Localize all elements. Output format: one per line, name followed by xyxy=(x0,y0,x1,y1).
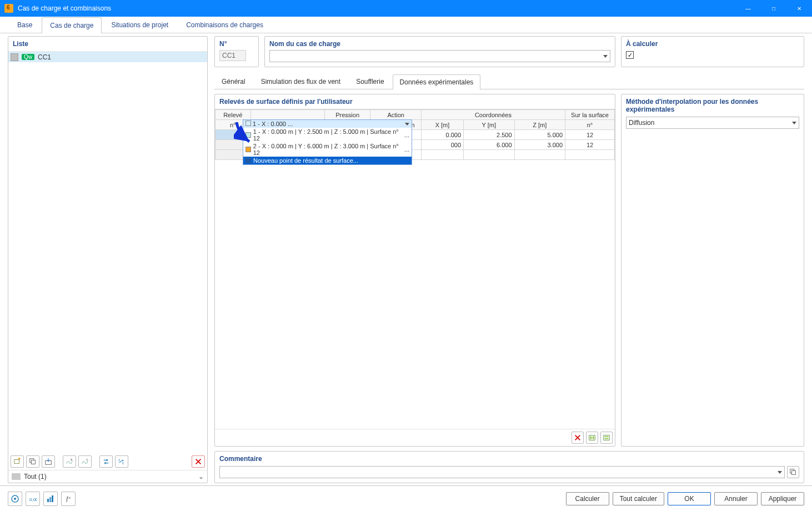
renumber-button[interactable]: 26 xyxy=(115,455,128,468)
svg-rect-5 xyxy=(86,459,88,461)
tab-combinaisons[interactable]: Combinaisons de charges xyxy=(178,17,272,33)
col-z[interactable]: Z [m] xyxy=(514,120,565,130)
list-toolbar: 26 xyxy=(8,453,207,470)
name-panel-head: Nom du cas de charge xyxy=(269,40,610,48)
minimize-button[interactable]: — xyxy=(735,0,761,17)
filter-label: Tout (1) xyxy=(24,473,195,480)
app-icon xyxy=(4,4,13,13)
dropdown-option-1[interactable]: 1 - X : 0.000 m | Y : 2.500 m | Z : 5.00… xyxy=(243,128,412,142)
col-p-a[interactable]: Pression xyxy=(324,110,370,120)
title-bar: Cas de charge et combinaisons — □ ✕ xyxy=(0,0,812,17)
calc-panel: À calculer xyxy=(621,36,804,67)
tab-cas-de-charge[interactable]: Cas de charge xyxy=(42,17,102,33)
ok-button[interactable]: OK xyxy=(668,492,711,505)
svg-rect-13 xyxy=(605,438,609,439)
tout-calculer-button[interactable]: Tout calculer xyxy=(613,492,664,505)
dropdown-option-2[interactable]: 2 - X : 0.000 m | Y : 6.000 m | Z : 3.00… xyxy=(243,142,412,157)
col-y[interactable]: Y [m] xyxy=(464,120,514,130)
main-tab-strip: Base Cas de charge Situations de projet … xyxy=(0,17,812,33)
list-panel: Liste Qw CC1 26 xyxy=(8,36,208,483)
svg-rect-20 xyxy=(49,497,51,502)
number-panel-head: N° xyxy=(219,40,254,48)
svg-rect-19 xyxy=(47,499,49,502)
comment-panel: Commentaire xyxy=(214,451,804,483)
tab-donnees-experimentales[interactable]: Données expérimentales xyxy=(393,74,481,89)
color-chip-icon xyxy=(245,121,251,126)
svg-rect-11 xyxy=(604,435,610,440)
list-item-label: CC1 xyxy=(38,53,51,61)
svg-rect-21 xyxy=(52,495,53,502)
dropdown-selected[interactable]: 1 - X : 0.000 ... xyxy=(243,120,412,128)
maximize-button[interactable]: □ xyxy=(761,0,786,17)
annuler-button[interactable]: Annuler xyxy=(714,492,758,505)
svg-rect-12 xyxy=(605,436,609,437)
col-num-a[interactable]: Relevé xyxy=(215,110,251,120)
tab-base[interactable]: Base xyxy=(9,17,41,33)
name-select[interactable] xyxy=(269,50,610,62)
col-surf-b[interactable]: n° xyxy=(565,120,615,130)
color-chip-icon xyxy=(245,147,251,152)
grid-action-a-button[interactable] xyxy=(586,432,598,444)
col-surf-a[interactable]: Sur la surface xyxy=(565,110,615,120)
color-chip-icon xyxy=(245,132,251,138)
nom-dropdown[interactable]: 1 - X : 0.000 ... 1 - X : 0.000 m | Y : … xyxy=(243,119,412,165)
grid-action-b-button[interactable] xyxy=(600,432,613,444)
chevron-down-icon xyxy=(405,123,409,126)
interpolation-select[interactable]: Diffusion xyxy=(626,117,799,129)
svg-rect-0 xyxy=(14,460,19,464)
svg-rect-2 xyxy=(31,460,35,464)
tab-general[interactable]: Général xyxy=(214,74,253,89)
delete-row-button[interactable] xyxy=(572,432,584,444)
swap-arrows-button[interactable] xyxy=(99,455,113,468)
svg-point-4 xyxy=(71,459,73,461)
svg-rect-15 xyxy=(791,470,795,474)
svg-text:0,00: 0,00 xyxy=(29,497,37,502)
col-coord[interactable]: Coordonnées xyxy=(421,110,565,120)
interpolation-head: Méthode d'interpolation pour les données… xyxy=(626,98,799,113)
sub-tab-strip: Général Simulation des flux de vent Souf… xyxy=(214,72,804,89)
footer-chart-button[interactable] xyxy=(43,492,58,506)
list-filter[interactable]: Tout (1) ⌄ xyxy=(8,470,207,483)
col-x[interactable]: X [m] xyxy=(421,120,463,130)
comment-edit-button[interactable] xyxy=(787,466,799,478)
chevron-down-icon xyxy=(792,122,796,124)
releves-panel: Relevés de surface définis par l'utilisa… xyxy=(214,94,615,447)
new-item-button[interactable] xyxy=(11,455,24,468)
import-button[interactable] xyxy=(42,455,55,468)
calc-checkbox[interactable] xyxy=(626,51,634,59)
chevron-down-icon xyxy=(603,55,608,58)
dropdown-option-new[interactable]: Nouveau point de résultat de surface... xyxy=(243,157,412,164)
tab-situations[interactable]: Situations de projet xyxy=(103,17,177,33)
comment-select[interactable] xyxy=(219,466,785,478)
calculer-button[interactable]: Calculer xyxy=(566,492,609,505)
footer-bar: 0,00 ƒx Calculer Tout calculer OK Annule… xyxy=(0,485,812,511)
window-title: Cas de charge et combinaisons xyxy=(18,4,735,12)
col-act-a[interactable]: Action xyxy=(370,110,421,120)
close-button[interactable]: ✕ xyxy=(786,0,812,17)
svg-text:x: x xyxy=(69,496,71,499)
chevron-down-icon xyxy=(778,471,782,474)
tab-simulation[interactable]: Simulation des flux de vent xyxy=(254,74,348,89)
list-item-pill: Qw xyxy=(22,54,34,60)
list-panel-head: Liste xyxy=(8,37,207,52)
footer-help-button[interactable] xyxy=(8,492,22,506)
filter-swatch xyxy=(12,473,21,480)
svg-rect-9 xyxy=(590,436,592,439)
delete-item-button[interactable] xyxy=(192,455,205,468)
chevron-down-icon: ⌄ xyxy=(198,473,204,480)
footer-function-button[interactable]: ƒx xyxy=(61,492,76,506)
appliquer-button[interactable]: Appliquer xyxy=(761,492,804,505)
list-item-cc1[interactable]: Qw CC1 xyxy=(8,52,207,62)
list-item-swatch xyxy=(11,53,18,61)
interpolation-panel: Méthode d'interpolation pour les données… xyxy=(621,94,804,447)
svg-rect-8 xyxy=(589,435,595,440)
tab-soufflerie[interactable]: Soufflerie xyxy=(349,74,391,89)
svg-rect-10 xyxy=(593,436,594,439)
copy-item-button[interactable] xyxy=(26,455,39,468)
tool-graph-a-button[interactable] xyxy=(63,455,76,468)
footer-units-button[interactable]: 0,00 xyxy=(26,492,40,506)
svg-text:2: 2 xyxy=(118,458,120,462)
name-panel: Nom du cas de charge xyxy=(264,36,615,67)
svg-point-17 xyxy=(14,498,16,500)
tool-graph-b-button[interactable] xyxy=(78,455,92,468)
